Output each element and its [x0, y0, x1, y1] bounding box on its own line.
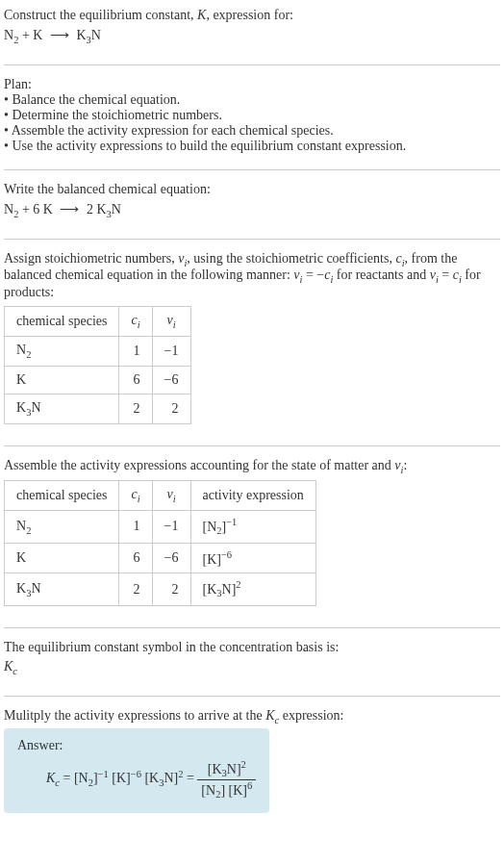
- ans-p5: N]: [164, 772, 178, 786]
- den-b: ] [K]: [220, 782, 247, 797]
- cell-activity: [N2]−1: [190, 511, 315, 543]
- act-a: [N: [203, 520, 217, 534]
- intro-section: Construct the equilibrium constant, K, e…: [4, 8, 500, 53]
- cell-sub: 2: [26, 349, 31, 360]
- divider: [4, 239, 500, 240]
- cell-species: K: [5, 366, 119, 394]
- divider: [4, 64, 500, 65]
- table-header-row: chemical species ci νi activity expressi…: [5, 481, 316, 511]
- plan-bullet-1: • Balance the chemical equation.: [4, 92, 500, 108]
- sym-k: K: [4, 659, 13, 674]
- den-exp: 6: [247, 780, 252, 791]
- cell-ci: 6: [119, 366, 152, 394]
- th-c-sub: i: [138, 319, 140, 330]
- ans-e2: −6: [131, 769, 141, 779]
- eq-n: N: [4, 28, 13, 42]
- mult-k: K: [265, 708, 274, 723]
- multiply-section: Mulitply the activity expressions to arr…: [4, 708, 500, 818]
- table-row: K 6 −6: [5, 366, 191, 394]
- table-row: N2 1 −1 [N2]−1: [5, 511, 316, 543]
- assign-section: Assign stoichiometric numbers, νi, using…: [4, 251, 500, 434]
- cell-species: K3N: [5, 573, 119, 605]
- table-row: K3N 2 2: [5, 394, 191, 423]
- ans-p3: [K]: [109, 772, 131, 786]
- symbol-text: The equilibrium constant symbol in the c…: [4, 640, 500, 655]
- bal-plus: + 6 K: [18, 202, 56, 216]
- balanced-equation: N2 + 6 K ⟶ 2 K3N: [4, 201, 500, 219]
- intro-line1b: , expression for:: [206, 8, 293, 22]
- act-exp: −6: [221, 549, 232, 560]
- th-nui: νi: [152, 307, 190, 337]
- cell-species: K3N: [5, 394, 119, 423]
- balanced-section: Write the balanced chemical equation: N2…: [4, 182, 500, 227]
- eq-k: K: [73, 28, 87, 42]
- symbol-section: The equilibrium constant symbol in the c…: [4, 640, 500, 684]
- answer-fraction: [K3N]2[N2] [K]6: [197, 759, 256, 800]
- eq-plus: + K: [18, 28, 46, 42]
- plan-section: Plan: • Balance the chemical equation. •…: [4, 77, 500, 158]
- cell-nui: −1: [152, 336, 190, 366]
- cell-ci: 6: [119, 543, 152, 573]
- th-species: chemical species: [5, 481, 119, 511]
- cell-n: N: [16, 519, 26, 533]
- th-activity: activity expression: [190, 481, 315, 511]
- frac-num: [K3N]2: [197, 759, 256, 779]
- bal-n: N: [4, 202, 13, 216]
- cell-n: N: [31, 400, 40, 415]
- multiply-text: Mulitply the activity expressions to arr…: [4, 708, 500, 725]
- num-exp: 2: [241, 759, 246, 770]
- mult-t1: Mulitply the activity expressions to arr…: [4, 708, 265, 723]
- sym-c: c: [13, 666, 17, 676]
- th-nui: νi: [152, 481, 190, 511]
- cell-n: N: [16, 343, 26, 357]
- act-exp: −1: [226, 517, 237, 527]
- divider: [4, 169, 500, 170]
- plan-bullet-3: • Assemble the activity expression for e…: [4, 123, 500, 139]
- assign-text: Assign stoichiometric numbers, νi, using…: [4, 251, 500, 301]
- intro-line1: Construct the equilibrium constant,: [4, 8, 197, 22]
- assemble-text: Assemble the activity expressions accoun…: [4, 458, 500, 475]
- balanced-title: Write the balanced chemical equation:: [4, 182, 500, 197]
- table-header-row: chemical species ci νi: [5, 307, 191, 337]
- plan-title: Plan:: [4, 77, 500, 92]
- mult-t2: expression:: [279, 708, 343, 723]
- ans-k: K: [46, 772, 55, 786]
- divider: [4, 627, 500, 628]
- cell-activity: [K]−6: [190, 543, 315, 573]
- assign-t4: for reactants and: [333, 267, 429, 282]
- answer-box: Answer: Kc = [N2]−1 [K]−6 [K3N]2 = [K3N]…: [4, 728, 269, 813]
- table-row: N2 1 −1: [5, 336, 191, 366]
- th-species: chemical species: [5, 307, 119, 337]
- divider: [4, 696, 500, 697]
- ans-e1: −1: [98, 769, 109, 779]
- num-b: N]: [227, 762, 241, 776]
- cell-species: N2: [5, 511, 119, 543]
- cell-ci: 2: [119, 394, 152, 423]
- den-a: [N: [201, 782, 215, 797]
- th-ci: ci: [119, 481, 152, 511]
- arrow-icon: ⟶: [50, 27, 69, 43]
- bal-rhs: 2 K: [83, 202, 106, 216]
- cell-species: K: [5, 543, 119, 573]
- frac-den: [N2] [K]6: [197, 780, 256, 800]
- act-a: [K]: [203, 551, 221, 566]
- intro-text: Construct the equilibrium constant, K, e…: [4, 8, 500, 23]
- stoich-table: chemical species ci νi N2 1 −1 K 6 −6 K3…: [4, 306, 191, 423]
- assign-e1c: = −: [302, 267, 324, 282]
- assign-e2c: =: [439, 267, 453, 282]
- th-ci: ci: [119, 307, 152, 337]
- cell-nui: −6: [152, 543, 190, 573]
- assemble-t2: :: [403, 458, 407, 472]
- cell-k: K: [16, 400, 26, 415]
- intro-K: K: [197, 8, 206, 22]
- divider: [4, 445, 500, 446]
- act-a: [K: [203, 582, 217, 597]
- num-a: [K: [208, 762, 222, 776]
- th-nu-sub: i: [173, 319, 176, 330]
- cell-ci: 1: [119, 336, 152, 366]
- cell-activity: [K3N]2: [190, 573, 315, 605]
- cell-nui: 2: [152, 573, 190, 605]
- plan-bullet-4: • Use the activity expressions to build …: [4, 139, 500, 154]
- th-nu-sub: i: [173, 494, 176, 504]
- table-row: K 6 −6 [K]−6: [5, 543, 316, 573]
